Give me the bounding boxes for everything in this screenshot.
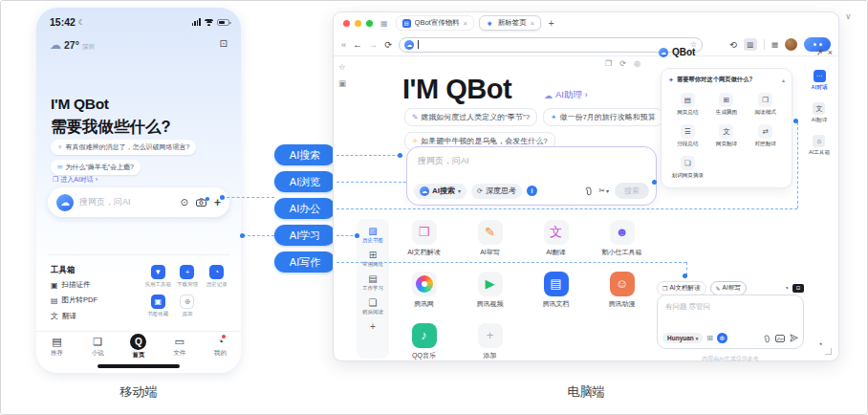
- toolbox-tool[interactable]: 文 翻译: [51, 311, 98, 321]
- page-tool[interactable]: ⇄ 对照翻译: [746, 124, 785, 148]
- search-placeholder: 搜网页，问AI: [418, 155, 469, 167]
- phone-tab[interactable]: ▭ 文件: [159, 332, 200, 361]
- toolbox-tool[interactable]: ▤ 图片转PDF: [51, 295, 98, 305]
- deep-think-toggle[interactable]: ⟳ 深度思考: [471, 184, 522, 199]
- skills-icon[interactable]: ⊞: [706, 334, 713, 342]
- app-shortcut[interactable]: ▶ 腾讯视频: [457, 272, 523, 309]
- close-tab-icon[interactable]: ×: [531, 20, 534, 27]
- favorites-star-icon[interactable]: ☆: [338, 62, 346, 72]
- history-icon[interactable]: ⊙: [181, 197, 188, 208]
- search-mode-selector[interactable]: ☁ AI搜索 ▾: [414, 184, 467, 199]
- pin-icon[interactable]: [816, 48, 824, 56]
- toolbox-tool[interactable]: ▣ 扫描证件: [51, 280, 98, 290]
- toolbox-shortcut[interactable]: ▼ 实用工具箱: [143, 265, 173, 288]
- scan-icon[interactable]: ⊡: [220, 38, 228, 49]
- app-shortcut[interactable]: ✎ AI帮写: [457, 220, 523, 257]
- phone-search-bar[interactable]: ☁ 搜网页，问AI ⊙ +: [48, 187, 229, 217]
- phone-tab[interactable]: ❏ 小说: [77, 332, 119, 361]
- phone-tab[interactable]: Q 首页: [119, 332, 160, 361]
- phone-hero-title: I'M QBot: [51, 96, 171, 113]
- phone-tab[interactable]: ▤ 推荐: [36, 332, 77, 361]
- refresh-icon[interactable]: ⟳: [619, 59, 626, 68]
- image-icon[interactable]: [775, 335, 785, 342]
- page-tool[interactable]: ❏ 划词网页摘录: [668, 156, 707, 180]
- app-shortcut[interactable]: 腾讯网: [391, 272, 457, 309]
- phone-prompt-chip[interactable]: ✉为什么“薅羊毛”会上瘾?: [51, 160, 141, 175]
- panel-tab[interactable]: 文 AI翻译: [812, 102, 827, 124]
- reading-mode-icon[interactable]: ▣: [338, 78, 346, 88]
- tab-label: 我的: [214, 349, 227, 358]
- collapse-sidebar-icon[interactable]: «: [341, 39, 346, 50]
- side-nav-item[interactable]: ⊞ 常用网址: [362, 250, 383, 268]
- minimize-window-button[interactable]: [355, 20, 361, 27]
- send-icon[interactable]: [790, 334, 798, 342]
- toolbox-shortcut[interactable]: ⊕ 添加: [173, 295, 203, 317]
- side-nav-item[interactable]: +: [370, 321, 376, 333]
- prompt-chip[interactable]: ✎ 嫦娥如何度过人类定义的“季节”?: [404, 108, 537, 126]
- reload-icon[interactable]: ⟳: [384, 39, 392, 50]
- tab-overview-icon[interactable]: ▦: [380, 19, 388, 28]
- writer-mode-chip[interactable]: ❒ AI文档解读: [657, 281, 706, 295]
- side-nav-item[interactable]: ▤ 工作学习: [362, 273, 383, 292]
- prompt-chip[interactable]: ✦ 做一份7月的旅行攻略和预算: [543, 108, 663, 126]
- side-nav-item[interactable]: ▨ 历史书签: [362, 226, 383, 244]
- phone-prompt-chip[interactable]: ✧有真假难辨的消息了，怎么识破网络谣言?: [51, 140, 196, 155]
- search-submit-button[interactable]: 搜索: [615, 183, 649, 199]
- paperclip-icon[interactable]: [584, 186, 593, 196]
- new-tab-button[interactable]: +: [549, 18, 554, 29]
- writer-input-card[interactable]: 有问题 尽管问 Hunyuan ▾ ⊞ ⊕: [657, 295, 804, 349]
- app-shortcut[interactable]: + 添加: [457, 323, 523, 360]
- eye-icon[interactable]: ◎: [634, 59, 640, 68]
- maximize-window-button[interactable]: [366, 20, 373, 27]
- qbot-logo-icon: ☁: [659, 48, 668, 57]
- phone-tab[interactable]: ◔ 我的: [200, 332, 241, 361]
- page-tool[interactable]: ❐ 阅读模式: [746, 93, 785, 117]
- clock-icon[interactable]: ◔: [817, 339, 822, 349]
- browser-tab[interactable]: ▤ QBot宣传物料 ×: [396, 15, 474, 31]
- app-shortcut[interactable]: ▤ 腾讯文档: [523, 272, 589, 309]
- close-window-button[interactable]: [343, 20, 350, 27]
- ai-assistant-badge[interactable]: ☁ AI助理 ›: [544, 89, 588, 101]
- collapse-icon[interactable]: ▴: [782, 76, 785, 83]
- page-tool[interactable]: ⊞ 生成脑图: [707, 93, 747, 117]
- app-shortcut[interactable]: 文 AI翻译: [523, 220, 589, 257]
- toolbox-shortcut[interactable]: ◔ 历史记录: [202, 265, 231, 288]
- weather-widget[interactable]: ☁ 27° 深圳: [50, 38, 95, 52]
- paperclip-icon[interactable]: [763, 334, 770, 343]
- toolbox-shortcut[interactable]: + 下载管理: [173, 265, 203, 288]
- resize-handle[interactable]: [825, 348, 832, 355]
- mobile-caption: 移动端: [36, 383, 241, 401]
- panel-tab[interactable]: ⋯ AI对话: [812, 70, 828, 92]
- browser-tab[interactable]: ◉ 新标签页 ×: [479, 15, 541, 31]
- app-shortcut[interactable]: ❒ AI文档解读: [391, 220, 457, 257]
- page-tool[interactable]: 文 网页翻译: [707, 124, 747, 148]
- close-icon[interactable]: ×: [828, 48, 833, 57]
- side-nav-item[interactable]: ❏ 稍后阅读: [362, 297, 383, 316]
- share-icon[interactable]: ❐: [605, 59, 612, 68]
- camera-icon[interactable]: [196, 198, 206, 207]
- app-shortcut[interactable]: ☻ 鹅小仕工具箱: [589, 220, 655, 257]
- history-icon[interactable]: ◔: [784, 284, 789, 293]
- enter-ai-link[interactable]: ❒ 进入AI对话 ›: [53, 175, 98, 185]
- toolbox-shortcut[interactable]: ▣ 书签收藏: [143, 295, 173, 317]
- ai-search-box[interactable]: 搜网页，问AI ☁ AI搜索 ▾ ⟳ 深度思考 i ✂▾ 搜索: [406, 146, 657, 206]
- screenshot-tool[interactable]: ✂▾: [598, 186, 609, 195]
- app-shortcut[interactable]: ♪ QQ音乐: [391, 323, 457, 360]
- app-shortcut[interactable]: ☺ 腾讯动漫: [589, 272, 655, 309]
- chevron-down-icon[interactable]: ∨: [845, 11, 852, 21]
- info-icon[interactable]: i: [527, 186, 537, 196]
- prompt-text: 为什么“薅羊毛”会上瘾?: [65, 164, 134, 170]
- web-access-icon[interactable]: ⊕: [717, 333, 727, 343]
- page-tool-label: 对照翻译: [754, 141, 775, 148]
- close-tab-icon[interactable]: ×: [464, 20, 467, 27]
- app-label: 腾讯网: [414, 299, 434, 309]
- back-icon[interactable]: ←: [353, 39, 362, 50]
- panel-tab[interactable]: ⌂ AI工具箱: [809, 135, 830, 157]
- writer-mode-chip[interactable]: ✎ AI帮写: [710, 281, 747, 295]
- expand-icon[interactable]: ⊡: [792, 284, 804, 293]
- model-selector[interactable]: Hunyuan ▾: [662, 333, 703, 343]
- page-tool[interactable]: ☰ 分段总结: [668, 124, 707, 148]
- forward-icon[interactable]: →: [369, 39, 379, 50]
- page-tool[interactable]: ▤ 网页总结: [668, 93, 707, 117]
- connector-dot: [240, 233, 245, 238]
